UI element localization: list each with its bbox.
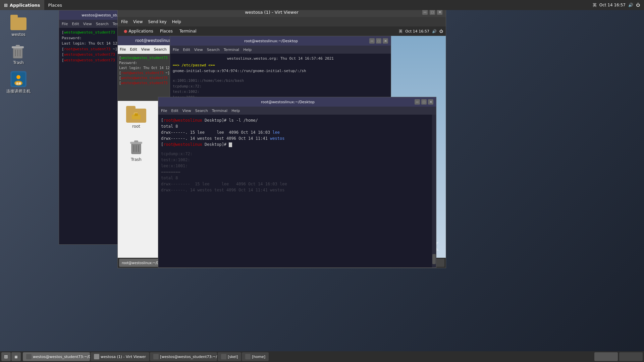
show-desktop-btn[interactable]: ⊞ — [1, 352, 11, 361]
fm-menu-edit[interactable]: Edit — [130, 47, 137, 52]
taskbar-icon-3 — [221, 354, 226, 359]
term1-title: root@westoslinux:~/Desktop — [173, 39, 369, 43]
volume-icon[interactable]: 🔊 — [628, 3, 633, 7]
desktop-icon-westos[interactable]: westos — [3, 13, 34, 38]
power-icon[interactable]: ⏻ — [636, 3, 640, 7]
term1-file[interactable]: File — [173, 48, 179, 52]
virt-title-text: westosa (1) - Virt Viewer — [121, 10, 422, 15]
virt-apps-btn[interactable]: ● Applications — [120, 26, 157, 36]
taskbar-icon-4 — [245, 354, 251, 359]
term1-edit[interactable]: Edit — [183, 48, 190, 52]
folder-icon — [10, 15, 26, 31]
term2-close[interactable]: ✕ — [428, 99, 433, 105]
icon-label-westos: westos — [11, 32, 25, 37]
trash-icon — [10, 43, 26, 59]
virt-terminal-label[interactable]: Terminal — [179, 29, 197, 34]
term1-minimize[interactable]: ─ — [369, 38, 375, 44]
app-menu-icon: ⊞ — [4, 3, 8, 8]
places-menu[interactable]: Places — [44, 0, 66, 10]
left-term-menu-file[interactable]: File — [62, 22, 68, 26]
fm-folder-icon — [126, 106, 146, 123]
taskbar-item-3[interactable]: [skel] — [218, 352, 241, 361]
term2-content[interactable]: [root@westoslinux Desktop]# ls -l /home/… — [158, 115, 436, 267]
virt-menubar: File View Send key Help — [118, 17, 446, 26]
virt-close-btn[interactable]: ✕ — [437, 9, 442, 15]
virt-minimize-btn[interactable]: ─ — [422, 9, 428, 15]
apps-btn[interactable]: ▦ — [11, 352, 21, 361]
virt-menu-sendkey[interactable]: Send key — [148, 19, 167, 24]
taskbar-label-3[interactable]: [skel] — [228, 355, 238, 359]
virt-places-btn[interactable]: Places — [157, 26, 176, 36]
fm-trash-icon — [127, 137, 146, 156]
fm-menu-view[interactable]: View — [141, 47, 150, 52]
desktop-icon-trash[interactable]: Trash — [3, 42, 34, 66]
taskbar-icon-1 — [94, 354, 99, 359]
term2-terminal[interactable]: Terminal — [212, 109, 228, 113]
virt-menu-file[interactable]: File — [121, 19, 128, 24]
term2-line-1: [root@westoslinux Desktop]# ls -l /home/ — [161, 117, 433, 123]
taskbar-item-1[interactable]: westosa (1) - Virt Viewer — [91, 352, 149, 361]
term1-view[interactable]: View — [194, 48, 203, 52]
taskbar-label-2[interactable]: [westos@westos_student73:~/Desk... — [160, 355, 217, 359]
left-term-menu-search[interactable]: Search — [96, 22, 109, 26]
taskbar-icon-2 — [153, 354, 159, 359]
bottom-taskbar: ⊞ ▦ westos@westos_student73:~/Desk... we… — [0, 351, 644, 362]
taskbar-label-4[interactable]: [home] — [252, 355, 265, 359]
term1-close[interactable]: ✕ — [383, 38, 388, 44]
apps-icon: ▦ — [14, 355, 17, 359]
virt-desktop: ● Applications Places Terminal 英 Oct 14 … — [118, 26, 446, 268]
term2-menubar: File Edit View Search Terminal Help — [158, 107, 436, 115]
app-menu-label[interactable]: Applications — [10, 3, 40, 8]
term2-file[interactable]: File — [161, 109, 167, 113]
fm-menu-file[interactable]: File — [120, 47, 126, 52]
term1-help[interactable]: Help — [243, 48, 252, 52]
term2-line-5: [root@westoslinux Desktop]# — [161, 141, 433, 147]
left-term-menu-view[interactable]: View — [83, 22, 92, 26]
virt-viewer-window: westosa (1) - Virt Viewer ─ □ ✕ File Vie… — [117, 7, 446, 268]
term2-view[interactable]: View — [182, 109, 191, 113]
scrollbar-thumb[interactable] — [432, 254, 436, 264]
svg-rect-11 — [135, 113, 138, 116]
virt-places-label[interactable]: Places — [160, 29, 173, 34]
virt-clock: Oct 14 16:57 — [405, 29, 429, 34]
fm-icon-root[interactable]: root — [123, 106, 150, 129]
taskbar-label-0[interactable]: westos@westos_student73:~/Desk... — [33, 355, 90, 359]
places-label[interactable]: Places — [48, 3, 62, 8]
term2-scrollbar[interactable] — [432, 115, 436, 267]
lang-indicator: 英 — [593, 2, 597, 8]
connect-icon: 连接 — [10, 71, 26, 87]
fm-icon-trash[interactable]: Trash — [123, 137, 150, 162]
term1-search[interactable]: Search — [207, 48, 220, 52]
taskbar-icon-0 — [26, 354, 32, 359]
show-desktop-icon: ⊞ — [4, 354, 8, 359]
term1-terminal[interactable]: Terminal — [224, 48, 239, 52]
term2-help[interactable]: Help — [231, 109, 240, 113]
term2-maximize[interactable]: □ — [421, 99, 427, 105]
term2-faded: tcpdump:x:72: test:x:1002: lee:x:1001: =… — [161, 151, 433, 193]
virt-power-icon: ⏻ — [439, 29, 443, 34]
svg-point-7 — [16, 75, 20, 79]
taskbar-right — [594, 352, 643, 361]
term1-maximize[interactable]: □ — [376, 38, 381, 44]
fm-menu-search[interactable]: Search — [154, 47, 167, 52]
virt-content: ● Applications Places Terminal 英 Oct 14 … — [118, 26, 446, 268]
desktop-icon-connect[interactable]: 连接 连接讲师主机 — [3, 70, 34, 96]
virt-apps-label[interactable]: Applications — [128, 29, 153, 34]
applications-menu[interactable]: ⊞ Applications — [0, 0, 44, 10]
taskbar-item-4[interactable]: [home] — [242, 352, 269, 361]
taskbar-item-0[interactable]: westos@westos_student73:~/Desk... — [23, 352, 90, 361]
taskbar-label-1[interactable]: westosa (1) - Virt Viewer — [101, 355, 146, 359]
virt-terminal2: root@westoslinux:~/Desktop ─ □ ✕ File Ed… — [158, 97, 436, 268]
taskbar-extra-2 — [619, 352, 643, 361]
virt-menu-help[interactable]: Help — [172, 19, 181, 24]
virt-topbar-right: 英 Oct 14 16:57 🔊 ⏻ — [399, 29, 443, 34]
virt-menu-view[interactable]: View — [133, 19, 143, 24]
taskbar-item-2[interactable]: [westos@westos_student73:~/Desk... — [150, 352, 217, 361]
term2-search[interactable]: Search — [195, 109, 208, 113]
term2-title: root@westoslinux:~/Desktop — [161, 100, 415, 104]
virt-terminal-btn[interactable]: Terminal — [176, 26, 200, 36]
virt-maximize-btn[interactable]: □ — [430, 9, 435, 15]
term2-minimize[interactable]: ─ — [415, 99, 420, 105]
term2-edit[interactable]: Edit — [171, 109, 178, 113]
left-term-menu-edit[interactable]: Edit — [72, 22, 79, 26]
